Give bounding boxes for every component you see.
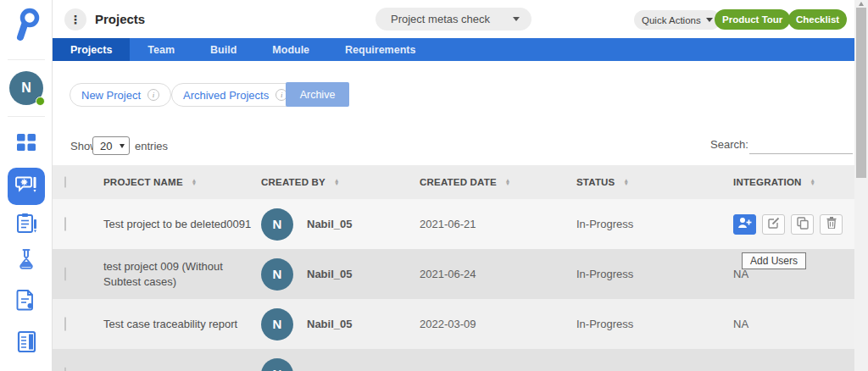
created-date-cell: 2021-06-24 (420, 268, 576, 280)
archived-projects-button[interactable]: Archived Projects i (171, 83, 299, 107)
column-header-project-name[interactable]: PROJECT NAME ▲▼ (103, 177, 261, 187)
created-by-cell: N Nabil_05 (261, 208, 420, 241)
delete-project-button[interactable] (820, 214, 843, 235)
quick-actions-button[interactable]: Quick Actions (634, 10, 721, 30)
report-document-icon (16, 289, 36, 314)
sidebar-item-test-plan[interactable] (0, 213, 53, 237)
sidebar-item-test-lab[interactable] (0, 248, 53, 273)
sort-arrows-icon: ▲▼ (192, 179, 198, 186)
integration-actions-cell: Add Users (733, 214, 854, 235)
select-all-checkbox[interactable] (64, 176, 66, 188)
notes-clipboard-icon (17, 330, 36, 357)
sidebar-divider (8, 59, 45, 60)
row-checkbox[interactable] (64, 317, 66, 331)
project-name-cell: test project 009 (Without Subtest cases) (103, 259, 261, 289)
sidebar-divider (8, 116, 45, 117)
vertical-scrollbar[interactable] (854, 0, 868, 371)
avatar: N (261, 208, 293, 241)
project-name-cell: Test case traceability report (103, 317, 261, 332)
column-header-created-date[interactable]: CREATED DATE ▲▼ (420, 177, 576, 187)
search-label: Search: (710, 138, 748, 151)
status-cell: In-Progress (576, 268, 733, 280)
created-date-cell: 2022-03-09 (420, 318, 576, 330)
tab-module[interactable]: Module (254, 38, 327, 61)
status-cell: In-Progress (576, 218, 733, 230)
product-tour-label: Product Tour (722, 14, 782, 25)
tab-team[interactable]: Team (130, 38, 192, 61)
table-header-row: PROJECT NAME ▲▼ CREATED BY ▲▼ CREATED DA… (53, 165, 854, 199)
app-window: N (0, 0, 868, 371)
archive-button[interactable]: Archive (286, 82, 349, 107)
sort-arrows-icon: ▲▼ (334, 179, 340, 186)
quick-actions-label: Quick Actions (642, 15, 701, 25)
archived-projects-label: Archived Projects (183, 89, 269, 102)
new-project-button[interactable]: New Project i (70, 83, 171, 107)
copy-icon (797, 217, 809, 232)
table-row: Test project to be deleted0091 N Nabil_0… (53, 199, 854, 249)
user-avatar[interactable]: N (9, 71, 43, 105)
kebab-menu-button[interactable]: ⋮ (64, 8, 86, 30)
copy-project-button[interactable] (791, 214, 814, 235)
project-selector-dropdown[interactable]: Project metas check (376, 8, 531, 30)
table-row: test project 009 (Without Subtest cases)… (53, 249, 854, 299)
chevron-down-icon (706, 18, 713, 22)
tab-bar: Projects Team Build Module Requirements (53, 38, 854, 61)
created-by-cell: N Nabil_05 (261, 258, 420, 291)
sidebar-item-projects-active[interactable] (8, 168, 45, 205)
test-plan-clipboard-icon (16, 213, 37, 237)
column-header-integration[interactable]: INTEGRATION ▲▼ (733, 177, 854, 187)
tab-projects[interactable]: Projects (53, 38, 130, 61)
info-icon: i (147, 89, 159, 101)
edit-icon (768, 217, 780, 231)
project-gear-chat-icon (15, 174, 37, 199)
sort-arrows-icon: ▲▼ (810, 179, 816, 186)
app-logo[interactable] (0, 7, 53, 46)
online-status-dot (36, 97, 45, 106)
top-bar: ⋮ Projects Project metas check Quick Act… (53, 0, 854, 38)
lab-flask-icon (16, 248, 36, 273)
table-row: Test case traceability report N Nabil_05… (53, 299, 854, 349)
tab-requirements[interactable]: Requirements (327, 38, 433, 61)
sort-arrows-icon: ▲▼ (624, 179, 630, 186)
add-users-icon (737, 217, 752, 231)
checklist-label: Checklist (796, 14, 839, 25)
avatar: N (261, 358, 293, 371)
sidebar-item-reports[interactable] (0, 289, 53, 314)
status-cell: In-Progress (576, 318, 733, 330)
sidebar-item-checklist[interactable] (0, 330, 53, 357)
product-tour-button[interactable]: Product Tour (715, 9, 790, 30)
entries-select[interactable]: 20 (92, 136, 130, 155)
sidebar-item-dashboard[interactable] (0, 134, 53, 155)
trash-icon (826, 217, 837, 231)
dashboard-icon (17, 134, 36, 155)
row-checkbox[interactable] (64, 367, 66, 371)
row-checkbox[interactable] (64, 267, 66, 281)
entries-select-value: 20 (100, 140, 112, 152)
kebab-icon: ⋮ (70, 13, 81, 26)
scrollbar-thumb[interactable] (856, 8, 866, 178)
column-header-status[interactable]: STATUS ▲▼ (576, 177, 733, 187)
created-by-cell: N (261, 358, 420, 371)
sidebar: N (0, 0, 53, 371)
sort-arrows-icon: ▲▼ (505, 179, 511, 186)
projects-table: PROJECT NAME ▲▼ CREATED BY ▲▼ CREATED DA… (53, 165, 854, 371)
edit-project-button[interactable] (762, 214, 785, 235)
avatar: N (261, 258, 293, 291)
chevron-down-icon (513, 17, 520, 21)
magnifier-logo-icon (11, 7, 42, 46)
add-users-button[interactable] (733, 214, 756, 235)
row-checkbox[interactable] (64, 217, 66, 231)
tab-build[interactable]: Build (192, 38, 254, 61)
created-by-cell: N Nabil_05 (261, 308, 420, 341)
project-name-cell: Test project to be deleted0091 (103, 217, 261, 232)
integration-cell: NA (733, 268, 854, 280)
column-header-created-by[interactable]: CREATED BY ▲▼ (261, 177, 420, 187)
scroll-up-arrow-icon[interactable] (859, 2, 864, 6)
checklist-button[interactable]: Checklist (788, 9, 847, 30)
search-input[interactable] (749, 134, 853, 154)
entries-label: entries (135, 140, 168, 152)
content-panel: New Project i Archived Projects i Archiv… (53, 61, 854, 371)
created-date-cell: 2021-06-21 (420, 218, 576, 230)
project-selector-value: Project metas check (391, 13, 490, 25)
add-users-tooltip: Add Users (742, 252, 806, 269)
